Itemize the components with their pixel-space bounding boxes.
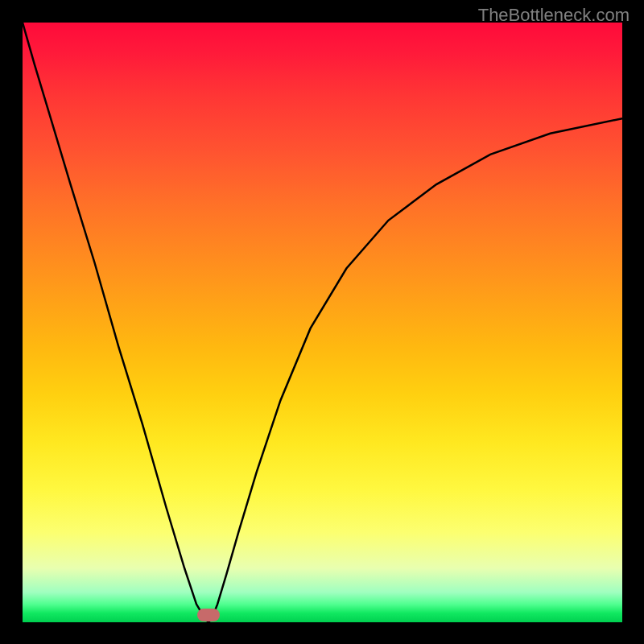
bottleneck-curve-path [23, 23, 622, 622]
bottleneck-marker [197, 609, 220, 621]
chart-plot-area [23, 23, 622, 622]
curve-svg [23, 23, 622, 622]
watermark-text: TheBottleneck.com [478, 5, 630, 26]
